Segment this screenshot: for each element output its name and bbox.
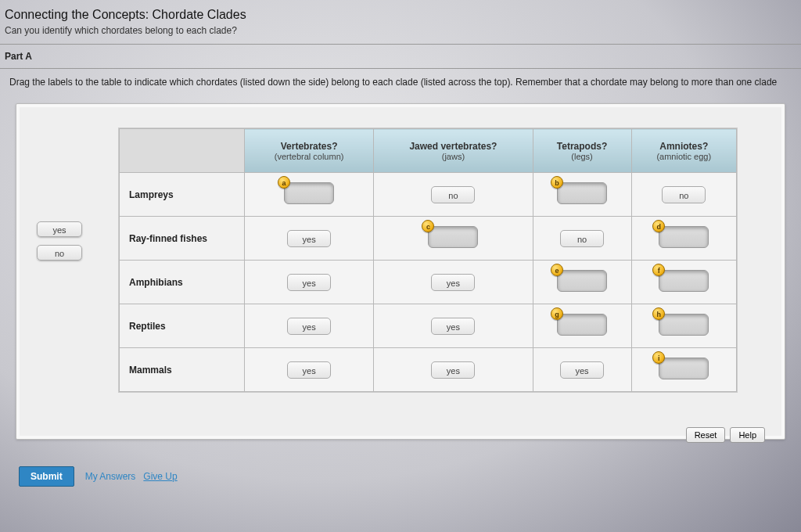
draggable-no[interactable]: no — [37, 245, 82, 261]
table-cell: yes — [245, 348, 374, 392]
hint-badge: e — [551, 264, 563, 276]
table-cell: f — [631, 261, 737, 304]
header-sub: (jaws) — [379, 152, 527, 161]
drop-well[interactable] — [659, 314, 709, 336]
placed-answer[interactable]: yes — [287, 230, 331, 247]
hint-badge: g — [551, 307, 563, 320]
reset-help-group: Reset Help — [686, 427, 765, 443]
placed-answer[interactable]: yes — [287, 361, 331, 379]
row-label: Ray-finned fishes — [120, 217, 245, 261]
table-cell: yes — [245, 261, 374, 304]
drop-target[interactable]: d — [659, 226, 709, 251]
table-cell: yes — [374, 348, 533, 392]
table-cell: yes — [374, 261, 533, 304]
table-cell: yes — [374, 304, 533, 348]
placed-answer[interactable]: no — [431, 186, 475, 203]
table-cell: no — [533, 217, 631, 261]
placed-answer[interactable]: yes — [431, 361, 475, 379]
page-title: Connecting the Concepts: Chordate Clades — [5, 8, 796, 22]
header-sub: (amniotic egg) — [637, 152, 732, 161]
drop-well[interactable] — [557, 314, 607, 336]
header-blank — [120, 129, 245, 173]
header-title: Jawed vertebrates? — [409, 141, 497, 152]
placed-answer[interactable]: no — [560, 230, 604, 247]
activity-canvas: yes no Vertebrates? (vertebral column) J… — [16, 103, 785, 440]
drop-target[interactable]: g — [557, 314, 607, 339]
hint-badge: h — [652, 307, 665, 320]
page-subtitle: Can you identify which chordates belong … — [5, 25, 796, 36]
table-cell: e — [533, 261, 631, 304]
header-title: Amniotes? — [659, 141, 708, 152]
table-header-row: Vertebrates? (vertebral column) Jawed ve… — [120, 129, 737, 173]
table-cell: yes — [245, 217, 374, 261]
divider — [0, 44, 801, 45]
table-cell: a — [245, 173, 374, 217]
instructions: Drag the labels to the table to indicate… — [0, 74, 801, 95]
drop-target[interactable]: a — [284, 182, 334, 207]
placed-answer[interactable]: yes — [560, 361, 604, 379]
drop-well[interactable] — [659, 226, 709, 248]
my-answers-link[interactable]: My Answers — [85, 471, 136, 482]
row-label: Amphibians — [120, 261, 245, 304]
hint-badge: c — [422, 220, 434, 232]
header-vertebrates: Vertebrates? (vertebral column) — [245, 129, 374, 173]
hint-badge: i — [652, 351, 665, 364]
table-cell: no — [631, 173, 737, 217]
placed-answer[interactable]: yes — [287, 318, 331, 335]
drop-target[interactable]: h — [659, 314, 709, 339]
instructions-text: Drag the labels to the table to indicate… — [9, 77, 777, 88]
divider — [0, 68, 801, 69]
row-label: Mammals — [120, 348, 245, 392]
header-title: Tetrapods? — [557, 141, 607, 152]
drop-well[interactable] — [557, 270, 607, 292]
give-up-link[interactable]: Give Up — [143, 471, 177, 482]
hint-badge: a — [278, 176, 290, 189]
table-cell: c — [374, 217, 533, 261]
submit-button[interactable]: Submit — [19, 466, 74, 487]
hint-badge: b — [551, 176, 563, 189]
drag-bank: yes no — [37, 221, 82, 261]
drop-target[interactable]: f — [659, 270, 709, 295]
hint-badge: d — [652, 220, 665, 232]
drop-well[interactable] — [659, 358, 709, 379]
row-label: Lampreys — [120, 173, 245, 217]
table-row: Amphibiansyesyesef — [120, 261, 737, 304]
draggable-yes[interactable]: yes — [37, 221, 82, 237]
table-cell: b — [533, 173, 631, 217]
drop-target[interactable]: e — [557, 270, 607, 295]
table-cell: h — [631, 304, 737, 348]
table-row: Ray-finned fishesyescnod — [120, 217, 737, 261]
drop-well[interactable] — [659, 270, 709, 292]
placed-answer[interactable]: yes — [431, 318, 475, 335]
header-sub: (legs) — [538, 152, 627, 161]
help-button[interactable]: Help — [730, 427, 765, 443]
clade-table: Vertebrates? (vertebral column) Jawed ve… — [118, 128, 738, 393]
drop-well[interactable] — [284, 182, 334, 204]
part-label: Part A — [0, 49, 801, 63]
placed-answer[interactable]: yes — [431, 274, 475, 291]
table-cell: yes — [533, 348, 631, 392]
header-tetrapods: Tetrapods? (legs) — [533, 129, 631, 173]
header-title: Vertebrates? — [281, 141, 338, 152]
header-amniotes: Amniotes? (amniotic egg) — [631, 129, 737, 173]
reset-button[interactable]: Reset — [686, 427, 726, 443]
table-cell: g — [533, 304, 631, 348]
table-cell: yes — [245, 304, 374, 348]
table-row: Mammalsyesyesyesi — [120, 348, 737, 392]
table-cell: i — [631, 348, 737, 392]
header-jawed: Jawed vertebrates? (jaws) — [374, 129, 533, 173]
table-cell: no — [374, 173, 533, 217]
drop-target[interactable]: b — [557, 182, 607, 207]
drop-target[interactable]: i — [659, 358, 709, 383]
placed-answer[interactable]: yes — [287, 274, 331, 291]
placed-answer[interactable]: no — [662, 186, 706, 203]
drop-target[interactable]: c — [428, 226, 478, 251]
table-row: Reptilesyesyesgh — [120, 304, 737, 348]
header-sub: (vertebral column) — [250, 152, 368, 161]
table-row: Lampreysanobno — [120, 173, 737, 217]
drop-well[interactable] — [557, 182, 607, 204]
table-cell: d — [631, 217, 737, 261]
drop-well[interactable] — [428, 226, 478, 248]
hint-badge: f — [652, 264, 665, 276]
row-label: Reptiles — [120, 304, 245, 348]
